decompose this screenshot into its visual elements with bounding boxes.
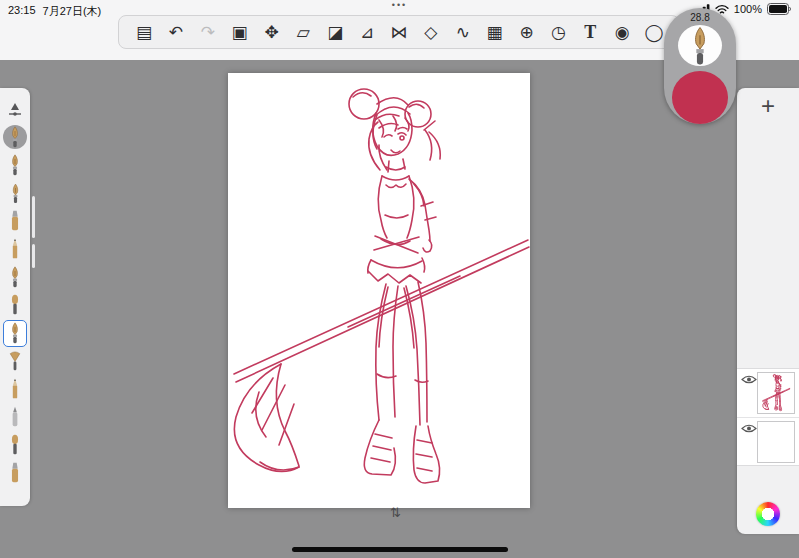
layer-row-empty[interactable]	[737, 417, 799, 465]
pen-nib-icon	[689, 26, 711, 66]
pen-icon	[9, 266, 21, 288]
pencil-icon	[9, 238, 21, 260]
brush-color-panel: 28.8	[664, 8, 736, 124]
marker-icon	[9, 210, 21, 232]
brush-size-slider-icon[interactable]	[2, 95, 28, 123]
brush-item-flat-marker[interactable]	[2, 459, 28, 487]
battery-percent: 100%	[734, 3, 762, 15]
text-tool-icon[interactable]: T	[577, 18, 603, 46]
fan-brush-icon	[8, 350, 22, 373]
pen-icon	[9, 154, 21, 176]
material-icon[interactable]: ◷	[545, 18, 571, 46]
brush-item-script-pen[interactable]	[2, 291, 28, 319]
marquee-select-icon[interactable]: ▣	[227, 18, 253, 46]
brush-sidebar	[0, 88, 30, 506]
brush-item-fan-brush[interactable]	[2, 347, 28, 375]
brush-item-marker[interactable]	[2, 207, 28, 235]
layer-visibility-eye-icon[interactable]	[741, 423, 757, 434]
brush-item-pen[interactable]	[2, 151, 28, 179]
layers-sidebar: +	[737, 88, 799, 534]
brush-item-soft-pencil[interactable]	[2, 375, 28, 403]
battery-icon	[767, 3, 792, 15]
canvas-rotate-icon[interactable]: ⇅	[390, 505, 401, 520]
brush-item-round-brush[interactable]	[2, 431, 28, 459]
brush-item-active-pen[interactable]	[2, 123, 28, 151]
layers-list	[737, 368, 799, 466]
current-brush-button[interactable]	[678, 25, 722, 66]
tool-settings-icon[interactable]: ▤	[131, 18, 157, 46]
drawing-canvas[interactable]	[228, 73, 530, 508]
sidebar-scroll-indicator	[32, 196, 35, 238]
brush-item-selected-pen[interactable]	[2, 319, 28, 347]
current-color-button[interactable]	[672, 71, 728, 124]
color-wheel-button[interactable]	[756, 502, 780, 526]
pen-icon	[9, 322, 21, 344]
marker-icon	[9, 462, 21, 484]
layer-visibility-eye-icon[interactable]	[741, 374, 757, 385]
eraser-icon[interactable]: ◪	[322, 18, 348, 46]
undo-icon[interactable]: ↶	[163, 18, 189, 46]
brush-item-pencil[interactable]	[2, 235, 28, 263]
selected-brush-outline	[3, 320, 27, 347]
perspective-icon[interactable]: ⊕	[514, 18, 540, 46]
move-icon[interactable]: ✥	[259, 18, 285, 46]
pen-icon	[9, 126, 21, 148]
multitask-dots: •••	[0, 0, 799, 10]
brush-item-airbrush[interactable]	[2, 403, 28, 431]
pen-icon	[10, 183, 21, 204]
image-icon[interactable]: ▦	[482, 18, 508, 46]
add-layer-button[interactable]: +	[737, 92, 799, 120]
brush-size-value: 28.8	[690, 12, 709, 23]
active-brush-ring	[3, 125, 27, 149]
layer-thumbnail[interactable]	[757, 421, 795, 463]
pencil-icon	[9, 378, 21, 400]
ruler-icon[interactable]: ⊿	[354, 18, 380, 46]
sidebar-scroll-indicator	[32, 244, 35, 268]
brush-item-mapping-pen[interactable]	[2, 179, 28, 207]
home-indicator[interactable]	[292, 547, 508, 552]
curve-icon[interactable]: ∿	[450, 18, 476, 46]
round-brush-icon	[9, 294, 21, 316]
redo-icon[interactable]: ↷	[195, 18, 221, 46]
round-brush-icon	[9, 434, 21, 456]
layer-thumbnail[interactable]	[757, 372, 795, 414]
brush-item-ink-pen[interactable]	[2, 263, 28, 291]
airbrush-icon	[9, 406, 21, 428]
transform-icon[interactable]: ▱	[290, 18, 316, 46]
shape-icon[interactable]: ◇	[418, 18, 444, 46]
symmetry-icon[interactable]: ⋈	[386, 18, 412, 46]
layer-row-sketch[interactable]	[737, 369, 799, 417]
camera-icon[interactable]: ◉	[609, 18, 635, 46]
main-toolbar: ▤ ↶ ↷ ▣ ✥ ▱ ◪ ⊿ ⋈ ◇ ∿ ▦ ⊕ ◷ T ◉ ◯	[118, 15, 680, 49]
sketch-artwork	[228, 73, 530, 508]
paint-app-window: 23:15 7月27日(木) ••• 100% ▤ ↶ ↷ ▣ ✥ ▱ ◪ ⊿ …	[0, 0, 799, 558]
